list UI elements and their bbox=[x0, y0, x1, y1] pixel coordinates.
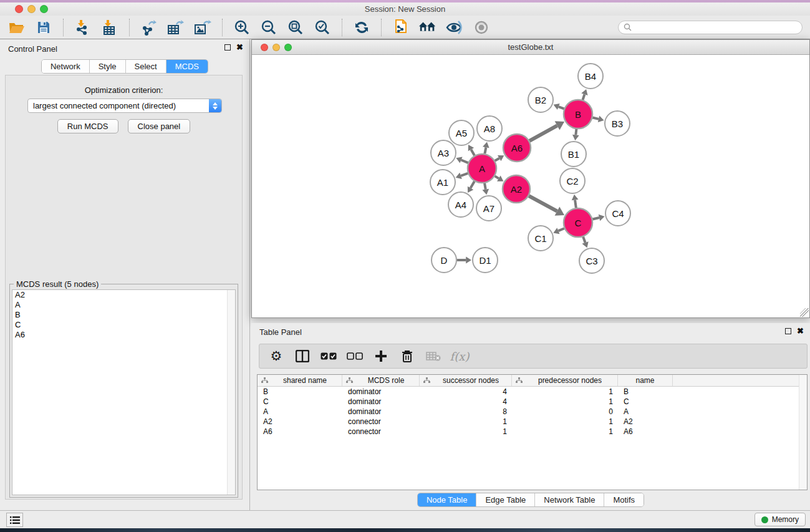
cell-name[interactable]: C bbox=[618, 397, 673, 407]
graph-edge-C-C3[interactable] bbox=[583, 237, 585, 243]
export-table-icon[interactable] bbox=[166, 18, 185, 37]
graph-edge-B-B4[interactable] bbox=[582, 94, 584, 100]
cell-name[interactable]: A bbox=[618, 407, 673, 417]
tab-network[interactable]: Network bbox=[42, 60, 90, 73]
export-network-icon[interactable] bbox=[140, 18, 158, 37]
tab-style[interactable]: Style bbox=[90, 60, 126, 73]
table-row-a2[interactable]: A2connector11A2 bbox=[258, 417, 807, 427]
home-icon[interactable] bbox=[418, 18, 437, 37]
cell-mcds-role[interactable]: dominator bbox=[342, 407, 420, 417]
export-image-icon[interactable] bbox=[193, 18, 212, 37]
cell-successor-nodes[interactable]: 1 bbox=[420, 427, 512, 437]
graph-edge-A6-B[interactable] bbox=[529, 125, 557, 140]
column-header-mcds-role[interactable]: MCDS role bbox=[342, 375, 420, 386]
cell-shared-name[interactable]: A2 bbox=[258, 417, 342, 427]
cell-shared-name[interactable]: C bbox=[258, 397, 342, 407]
toggle-graphics-details-icon[interactable] bbox=[445, 18, 464, 37]
graph-edge-A-A6[interactable] bbox=[495, 158, 499, 161]
graph-edge-C-C4[interactable] bbox=[592, 218, 599, 219]
cell-mcds-role[interactable]: dominator bbox=[342, 387, 420, 397]
tab-network-table[interactable]: Network Table bbox=[535, 493, 604, 506]
network-from-document-icon[interactable] bbox=[392, 18, 410, 37]
column-header-shared-name[interactable]: shared name bbox=[258, 375, 342, 386]
import-network-icon[interactable] bbox=[74, 18, 92, 37]
result-item-c[interactable]: C bbox=[12, 320, 235, 330]
show-columns-icon[interactable] bbox=[294, 348, 311, 364]
cell-mcds-role[interactable]: connector bbox=[342, 427, 420, 437]
tab-select[interactable]: Select bbox=[126, 60, 166, 73]
result-item-a[interactable]: A bbox=[12, 300, 235, 310]
table-row-b[interactable]: Bdominator41B bbox=[258, 387, 807, 397]
close-table-panel-icon[interactable]: ✖ bbox=[797, 328, 804, 334]
cell-predecessor-nodes[interactable]: 1 bbox=[512, 387, 618, 397]
cell-successor-nodes[interactable]: 4 bbox=[420, 397, 512, 407]
cell-successor-nodes[interactable]: 4 bbox=[420, 387, 512, 397]
column-header-name[interactable]: name bbox=[618, 375, 673, 386]
table-scrollbar[interactable] bbox=[799, 375, 807, 490]
cell-successor-nodes[interactable]: 8 bbox=[420, 407, 512, 417]
graph-edge-A-A8[interactable] bbox=[485, 147, 486, 153]
cell-predecessor-nodes[interactable]: 0 bbox=[512, 407, 618, 417]
graph-edge-A-A7[interactable] bbox=[485, 183, 486, 190]
column-header-predecessor-nodes[interactable]: predecessor nodes bbox=[512, 375, 618, 386]
toolbar-search-box[interactable] bbox=[618, 21, 803, 34]
cell-mcds-role[interactable]: dominator bbox=[342, 397, 420, 407]
cell-name[interactable]: A6 bbox=[618, 427, 673, 437]
close-panel-button[interactable]: Close panel bbox=[128, 119, 191, 133]
create-column-plus-icon[interactable] bbox=[373, 348, 389, 364]
tab-node-table[interactable]: Node Table bbox=[418, 493, 477, 506]
apply-layout-icon[interactable] bbox=[352, 18, 371, 37]
cell-name[interactable]: B bbox=[618, 387, 673, 397]
cell-predecessor-nodes[interactable]: 1 bbox=[512, 417, 618, 427]
select-all-columns-icon[interactable] bbox=[321, 348, 337, 364]
search-input[interactable] bbox=[635, 23, 797, 32]
zoom-in-icon[interactable] bbox=[233, 18, 251, 37]
open-session-icon[interactable] bbox=[7, 18, 26, 37]
tab-edge-table[interactable]: Edge Table bbox=[476, 493, 535, 506]
criterion-dropdown[interactable]: largest connected component (directed) bbox=[27, 99, 222, 113]
tab-mcds[interactable]: MCDS bbox=[166, 60, 208, 73]
cell-successor-nodes[interactable]: 1 bbox=[420, 417, 512, 427]
result-item-b[interactable]: B bbox=[12, 310, 235, 320]
graph-edge-A2-C[interactable] bbox=[529, 196, 557, 211]
cell-predecessor-nodes[interactable]: 1 bbox=[512, 427, 618, 437]
resize-grip-icon[interactable] bbox=[800, 308, 809, 317]
network-window-titlebar[interactable]: testGlobe.txt bbox=[252, 40, 809, 55]
network-canvas[interactable]: B4B2BB3A5A8A6A3B1AC2A1A2A4A7C4CC1DD1C3 bbox=[252, 55, 809, 317]
memory-button[interactable]: Memory bbox=[755, 513, 806, 526]
cell-predecessor-nodes[interactable]: 1 bbox=[512, 397, 618, 407]
task-history-button[interactable] bbox=[6, 513, 23, 527]
zoom-out-icon[interactable] bbox=[259, 18, 278, 37]
table-row-a[interactable]: Adominator80A bbox=[258, 407, 807, 417]
table-row-c[interactable]: Cdominator41C bbox=[258, 397, 807, 407]
show-hide-icon[interactable] bbox=[472, 18, 491, 37]
tab-motifs[interactable]: Motifs bbox=[604, 493, 644, 506]
graph-edge-B-B3[interactable] bbox=[592, 118, 599, 119]
float-table-panel-icon[interactable] bbox=[785, 328, 791, 334]
cell-shared-name[interactable]: A6 bbox=[258, 427, 342, 437]
graph-edge-C-C2[interactable] bbox=[575, 200, 576, 208]
result-item-a2[interactable]: A2 bbox=[12, 290, 235, 300]
cell-mcds-role[interactable]: connector bbox=[342, 417, 420, 427]
column-header-successor-nodes[interactable]: successor nodes bbox=[420, 375, 512, 386]
mcds-result-list[interactable]: A2ABCA6 bbox=[12, 289, 236, 495]
cell-name[interactable]: A2 bbox=[618, 417, 673, 427]
result-list-scrollbar[interactable] bbox=[227, 290, 235, 495]
zoom-selected-icon[interactable] bbox=[313, 18, 332, 37]
cell-shared-name[interactable]: A bbox=[258, 407, 342, 417]
graph-edge-B-B1[interactable] bbox=[576, 129, 576, 135]
table-settings-gear-icon[interactable]: ⚙ bbox=[268, 348, 284, 364]
zoom-fit-icon[interactable] bbox=[286, 18, 305, 37]
graph-edge-A-A4[interactable] bbox=[471, 181, 475, 188]
graph-edge-A-A2[interactable] bbox=[495, 176, 499, 178]
graph-edge-A-A3[interactable] bbox=[461, 160, 468, 163]
deselect-all-columns-icon[interactable] bbox=[347, 348, 363, 364]
run-mcds-button[interactable]: Run MCDS bbox=[57, 119, 118, 133]
delete-column-trash-icon[interactable] bbox=[399, 348, 415, 364]
graph-edge-C-C1[interactable] bbox=[558, 228, 564, 231]
cell-shared-name[interactable]: B bbox=[258, 387, 342, 397]
float-panel-icon[interactable] bbox=[224, 44, 231, 51]
import-table-icon[interactable] bbox=[100, 18, 119, 37]
graph-edge-B-B2[interactable] bbox=[559, 107, 564, 109]
table-row-a6[interactable]: A6connector11A6 bbox=[258, 427, 807, 437]
